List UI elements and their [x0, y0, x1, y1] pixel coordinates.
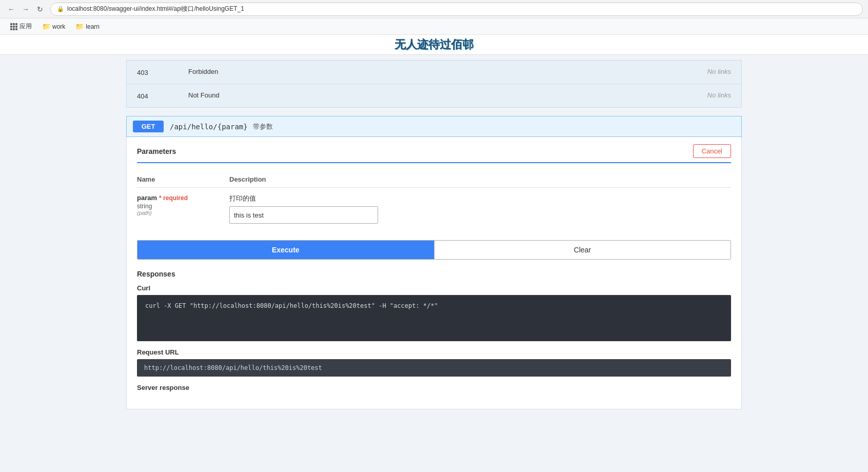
params-table: Name Description param* required string …	[137, 171, 731, 230]
col-header-desc: Description	[229, 171, 731, 188]
bookmark-work-label: work	[52, 23, 65, 30]
bookmark-learn-label: learn	[86, 23, 100, 30]
folder-icon: 📁	[75, 23, 84, 30]
bookmarks-bar: 应用 📁 work 📁 learn	[0, 18, 868, 35]
grid-icon	[10, 23, 17, 30]
col-header-name: Name	[137, 171, 229, 188]
parameters-section: Parameters Cancel Name Description param…	[126, 137, 742, 409]
method-badge: GET	[133, 121, 164, 132]
param-location: (path)	[137, 210, 229, 216]
endpoint-description: 带参数	[253, 122, 273, 131]
cancel-button[interactable]: Cancel	[693, 144, 731, 158]
browser-bar: ← → ↻ 🔒 localhost:8080/swagger-ui/index.…	[0, 0, 868, 18]
params-title: Parameters	[137, 147, 176, 155]
no-links-403: No links	[707, 68, 731, 75]
swagger-container: 403 Forbidden No links 404 Not Found No …	[116, 55, 752, 415]
status-desc-404: Not Found	[168, 91, 707, 99]
param-desc-cell: 打印的值	[229, 188, 731, 230]
server-response-section: Server response	[137, 384, 731, 391]
status-code-404: 404	[137, 91, 168, 100]
response-row-404: 404 Not Found No links	[127, 84, 741, 107]
curl-label: Curl	[137, 284, 731, 292]
status-code-403: 403	[137, 68, 168, 76]
back-button[interactable]: ←	[5, 3, 17, 15]
curl-code-block: curl -X GET "http://localhost:8080/api/h…	[137, 295, 731, 341]
server-response-label: Server response	[137, 384, 731, 391]
folder-icon: 📁	[42, 23, 50, 30]
apps-bookmark[interactable]: 应用	[6, 21, 36, 32]
action-buttons: Execute Clear	[137, 240, 731, 260]
clear-button[interactable]: Clear	[434, 241, 731, 259]
param-name: param	[137, 194, 157, 202]
param-type: string	[137, 203, 229, 210]
address-bar[interactable]: 🔒 localhost:8080/swagger-ui/index.html#/…	[50, 3, 863, 16]
param-input[interactable]	[229, 206, 378, 224]
request-url-label: Request URL	[137, 348, 731, 356]
status-desc-403: Forbidden	[168, 68, 707, 75]
request-url-value: http://localhost:8080/api/hello/this%20i…	[137, 359, 731, 377]
responses-section: Responses Curl curl -X GET "http://local…	[137, 270, 731, 391]
content-area: 403 Forbidden No links 404 Not Found No …	[0, 55, 868, 472]
endpoint-path: /api/hello/{param}	[170, 123, 248, 131]
curl-section: Curl curl -X GET "http://localhost:8080/…	[137, 284, 731, 341]
bookmark-learn[interactable]: 📁 learn	[71, 21, 104, 32]
param-name-cell: param* required string (path)	[137, 188, 229, 230]
lock-icon: 🔒	[57, 6, 64, 12]
apps-label: 应用	[19, 22, 32, 31]
nav-buttons: ← → ↻	[5, 3, 46, 15]
request-url-section: Request URL http://localhost:8080/api/he…	[137, 348, 731, 377]
param-row: param* required string (path) 打印的值	[137, 188, 731, 230]
refresh-button[interactable]: ↻	[34, 3, 46, 15]
param-required-label: * required	[159, 194, 188, 202]
forward-button[interactable]: →	[19, 3, 32, 15]
param-hint: 打印的值	[229, 194, 731, 203]
no-links-404: No links	[707, 91, 731, 99]
response-row-403: 403 Forbidden No links	[127, 61, 741, 84]
url-text: localhost:8080/swagger-ui/index.html#/ap…	[67, 5, 244, 13]
endpoint-bar[interactable]: GET /api/hello/{param} 带参数	[126, 116, 742, 137]
params-header: Parameters Cancel	[137, 137, 731, 163]
page-title: 无人迹待过佰邨	[394, 35, 474, 52]
responses-title: Responses	[137, 270, 731, 278]
response-codes-section: 403 Forbidden No links 404 Not Found No …	[126, 60, 742, 108]
bookmark-work[interactable]: 📁 work	[38, 21, 69, 32]
execute-button[interactable]: Execute	[137, 241, 434, 259]
